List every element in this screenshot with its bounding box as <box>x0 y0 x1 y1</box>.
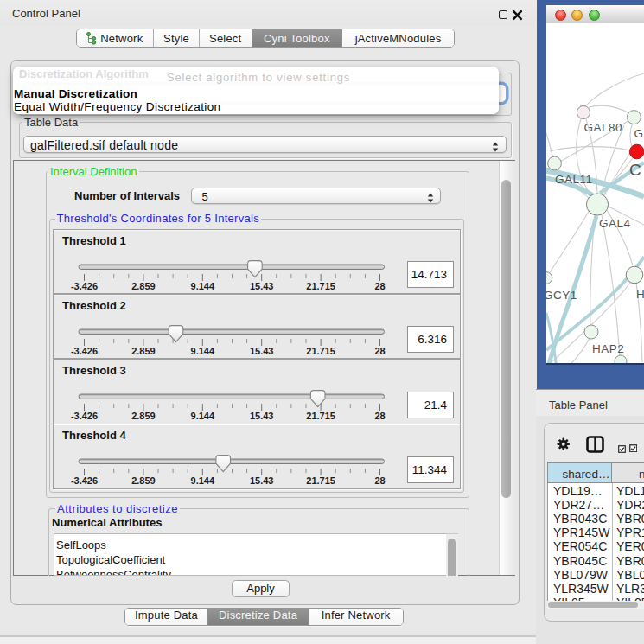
svg-text:GA: GA <box>634 127 644 140</box>
svg-text:9.144: 9.144 <box>191 281 215 291</box>
svg-text:H: H <box>636 288 644 301</box>
svg-text:C: C <box>629 161 641 179</box>
svg-text:GAL4: GAL4 <box>599 217 631 230</box>
svg-text:HAP2: HAP2 <box>592 342 624 355</box>
svg-text:GAL11: GAL11 <box>555 173 593 186</box>
svg-text:21.715: 21.715 <box>306 475 335 486</box>
svg-text:21.715: 21.715 <box>306 346 335 356</box>
svg-text:15.43: 15.43 <box>250 411 274 421</box>
svg-text:21.715: 21.715 <box>306 281 335 291</box>
svg-text:28: 28 <box>374 475 385 486</box>
svg-text:21.715: 21.715 <box>306 411 335 421</box>
svg-text:2.859: 2.859 <box>131 475 156 486</box>
svg-text:GAL80: GAL80 <box>584 121 623 134</box>
svg-text:-3.426: -3.426 <box>71 475 98 486</box>
svg-text:28: 28 <box>374 346 385 356</box>
svg-text:28: 28 <box>374 411 385 421</box>
svg-text:15.43: 15.43 <box>250 475 274 486</box>
svg-text:-3.426: -3.426 <box>71 411 98 421</box>
svg-text:9.144: 9.144 <box>191 411 215 421</box>
svg-text:2.859: 2.859 <box>131 281 156 291</box>
svg-text:28: 28 <box>374 281 385 291</box>
svg-text:GCY1: GCY1 <box>546 289 577 302</box>
svg-text:15.43: 15.43 <box>250 346 274 356</box>
svg-text:-3.426: -3.426 <box>71 346 98 356</box>
svg-text:9.144: 9.144 <box>191 475 215 486</box>
svg-text:2.859: 2.859 <box>131 346 156 356</box>
svg-text:9.144: 9.144 <box>191 346 215 356</box>
svg-text:2.859: 2.859 <box>131 411 156 421</box>
svg-text:15.43: 15.43 <box>250 281 274 291</box>
svg-text:-3.426: -3.426 <box>71 281 98 291</box>
